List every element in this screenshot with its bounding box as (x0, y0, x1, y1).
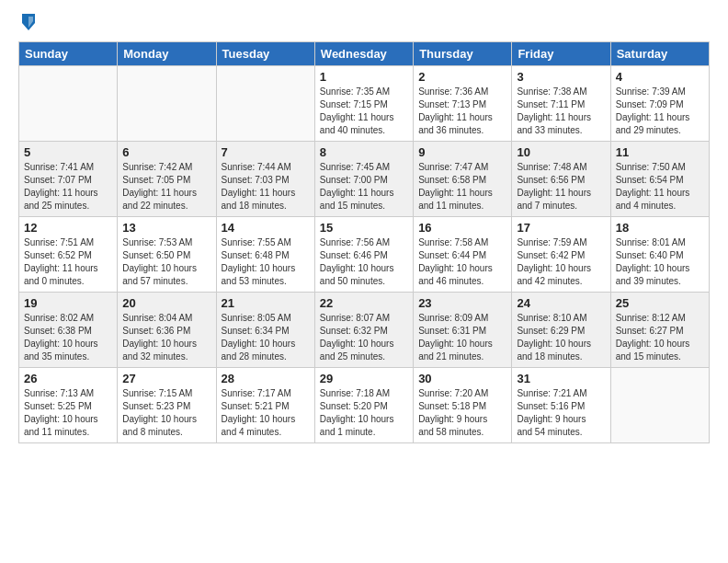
day-info: Sunrise: 7:18 AM Sunset: 5:20 PM Dayligh… (320, 387, 408, 439)
calendar-cell: 25Sunrise: 8:12 AM Sunset: 6:27 PM Dayli… (610, 293, 709, 368)
day-info: Sunrise: 7:53 AM Sunset: 6:50 PM Dayligh… (122, 236, 210, 288)
logo (18, 14, 37, 32)
calendar-cell: 10Sunrise: 7:48 AM Sunset: 6:56 PM Dayli… (512, 142, 610, 217)
day-number: 8 (320, 145, 408, 159)
calendar-cell: 19Sunrise: 8:02 AM Sunset: 6:38 PM Dayli… (19, 293, 118, 368)
day-number: 3 (517, 70, 605, 84)
calendar-cell (19, 66, 118, 142)
day-info: Sunrise: 8:12 AM Sunset: 6:27 PM Dayligh… (616, 312, 704, 363)
day-info: Sunrise: 8:04 AM Sunset: 6:36 PM Dayligh… (122, 312, 210, 363)
day-number: 28 (222, 372, 310, 385)
calendar-cell: 18Sunrise: 8:01 AM Sunset: 6:40 PM Dayli… (610, 217, 709, 293)
calendar-row: 12Sunrise: 7:51 AM Sunset: 6:52 PM Dayli… (19, 217, 710, 293)
day-info: Sunrise: 7:35 AM Sunset: 7:15 PM Dayligh… (320, 86, 408, 137)
calendar-cell: 1Sunrise: 7:35 AM Sunset: 7:15 PM Daylig… (314, 66, 413, 142)
day-info: Sunrise: 8:10 AM Sunset: 6:29 PM Dayligh… (517, 312, 605, 363)
day-number: 1 (320, 70, 408, 84)
weekday-header: Tuesday (216, 42, 314, 66)
day-number: 12 (24, 221, 112, 235)
calendar-cell: 29Sunrise: 7:18 AM Sunset: 5:20 PM Dayli… (314, 368, 413, 443)
day-number: 7 (222, 145, 310, 159)
calendar-cell: 28Sunrise: 7:17 AM Sunset: 5:21 PM Dayli… (216, 368, 314, 443)
day-info: Sunrise: 7:55 AM Sunset: 6:48 PM Dayligh… (222, 236, 310, 288)
logo-text (18, 14, 37, 32)
day-number: 16 (418, 221, 506, 235)
weekday-header: Wednesday (314, 42, 413, 66)
day-info: Sunrise: 7:13 AM Sunset: 5:25 PM Dayligh… (24, 387, 112, 439)
calendar-cell: 23Sunrise: 8:09 AM Sunset: 6:31 PM Dayli… (414, 293, 512, 368)
weekday-header: Monday (118, 42, 216, 66)
calendar-cell: 26Sunrise: 7:13 AM Sunset: 5:25 PM Dayli… (19, 368, 118, 443)
day-info: Sunrise: 7:56 AM Sunset: 6:46 PM Dayligh… (320, 236, 408, 288)
day-info: Sunrise: 8:07 AM Sunset: 6:32 PM Dayligh… (320, 312, 408, 363)
day-number: 25 (616, 296, 704, 310)
day-info: Sunrise: 7:21 AM Sunset: 5:16 PM Dayligh… (517, 387, 605, 439)
calendar-cell: 20Sunrise: 8:04 AM Sunset: 6:36 PM Dayli… (118, 293, 216, 368)
weekday-header: Thursday (414, 42, 512, 66)
day-number: 19 (24, 296, 112, 310)
day-number: 5 (24, 145, 112, 159)
day-number: 29 (320, 372, 408, 385)
calendar-cell: 2Sunrise: 7:36 AM Sunset: 7:13 PM Daylig… (414, 66, 512, 142)
day-number: 2 (418, 70, 506, 84)
day-info: Sunrise: 7:42 AM Sunset: 7:05 PM Dayligh… (122, 161, 210, 213)
calendar-row: 26Sunrise: 7:13 AM Sunset: 5:25 PM Dayli… (19, 368, 710, 443)
calendar-cell: 22Sunrise: 8:07 AM Sunset: 6:32 PM Dayli… (314, 293, 413, 368)
day-number: 4 (616, 70, 704, 84)
day-number: 27 (122, 372, 210, 385)
day-number: 24 (517, 296, 605, 310)
day-number: 30 (418, 372, 506, 385)
calendar-cell: 3Sunrise: 7:38 AM Sunset: 7:11 PM Daylig… (512, 66, 610, 142)
day-info: Sunrise: 8:05 AM Sunset: 6:34 PM Dayligh… (222, 312, 310, 363)
calendar-cell (610, 368, 709, 443)
day-info: Sunrise: 7:59 AM Sunset: 6:42 PM Dayligh… (517, 236, 605, 288)
header (18, 14, 710, 32)
calendar-row: 5Sunrise: 7:41 AM Sunset: 7:07 PM Daylig… (19, 142, 710, 217)
day-number: 15 (320, 221, 408, 235)
day-number: 14 (222, 221, 310, 235)
calendar-cell: 21Sunrise: 8:05 AM Sunset: 6:34 PM Dayli… (216, 293, 314, 368)
day-info: Sunrise: 7:58 AM Sunset: 6:44 PM Dayligh… (418, 236, 506, 288)
calendar-row: 1Sunrise: 7:35 AM Sunset: 7:15 PM Daylig… (19, 66, 710, 142)
calendar-cell (118, 66, 216, 142)
day-info: Sunrise: 7:44 AM Sunset: 7:03 PM Dayligh… (222, 161, 310, 213)
calendar-cell: 9Sunrise: 7:47 AM Sunset: 6:58 PM Daylig… (414, 142, 512, 217)
calendar-cell: 16Sunrise: 7:58 AM Sunset: 6:44 PM Dayli… (414, 217, 512, 293)
day-info: Sunrise: 7:51 AM Sunset: 6:52 PM Dayligh… (24, 236, 112, 288)
day-info: Sunrise: 7:17 AM Sunset: 5:21 PM Dayligh… (222, 387, 310, 439)
day-info: Sunrise: 7:50 AM Sunset: 6:54 PM Dayligh… (616, 161, 704, 213)
calendar-cell: 4Sunrise: 7:39 AM Sunset: 7:09 PM Daylig… (610, 66, 709, 142)
day-info: Sunrise: 7:39 AM Sunset: 7:09 PM Dayligh… (616, 86, 704, 137)
day-number: 18 (616, 221, 704, 235)
calendar-cell: 24Sunrise: 8:10 AM Sunset: 6:29 PM Dayli… (512, 293, 610, 368)
calendar-cell (216, 66, 314, 142)
calendar-cell: 7Sunrise: 7:44 AM Sunset: 7:03 PM Daylig… (216, 142, 314, 217)
weekday-header: Friday (512, 42, 610, 66)
day-number: 26 (24, 372, 112, 385)
day-info: Sunrise: 7:41 AM Sunset: 7:07 PM Dayligh… (24, 161, 112, 213)
day-info: Sunrise: 7:20 AM Sunset: 5:18 PM Dayligh… (418, 387, 506, 439)
day-number: 13 (122, 221, 210, 235)
page: SundayMondayTuesdayWednesdayThursdayFrid… (0, 0, 728, 563)
calendar-cell: 15Sunrise: 7:56 AM Sunset: 6:46 PM Dayli… (314, 217, 413, 293)
calendar-cell: 13Sunrise: 7:53 AM Sunset: 6:50 PM Dayli… (118, 217, 216, 293)
calendar-cell: 30Sunrise: 7:20 AM Sunset: 5:18 PM Dayli… (414, 368, 512, 443)
day-number: 20 (122, 296, 210, 310)
day-number: 31 (517, 372, 605, 385)
calendar-cell: 5Sunrise: 7:41 AM Sunset: 7:07 PM Daylig… (19, 142, 118, 217)
day-number: 6 (122, 145, 210, 159)
weekday-header: Sunday (19, 42, 118, 66)
calendar-cell: 17Sunrise: 7:59 AM Sunset: 6:42 PM Dayli… (512, 217, 610, 293)
calendar-cell: 8Sunrise: 7:45 AM Sunset: 7:00 PM Daylig… (314, 142, 413, 217)
day-info: Sunrise: 7:15 AM Sunset: 5:23 PM Dayligh… (122, 387, 210, 439)
calendar-table: SundayMondayTuesdayWednesdayThursdayFrid… (18, 41, 710, 443)
day-info: Sunrise: 7:45 AM Sunset: 7:00 PM Dayligh… (320, 161, 408, 213)
calendar-header-row: SundayMondayTuesdayWednesdayThursdayFrid… (19, 42, 710, 66)
day-info: Sunrise: 8:02 AM Sunset: 6:38 PM Dayligh… (24, 312, 112, 363)
calendar-cell: 31Sunrise: 7:21 AM Sunset: 5:16 PM Dayli… (512, 368, 610, 443)
day-info: Sunrise: 7:48 AM Sunset: 6:56 PM Dayligh… (517, 161, 605, 213)
day-number: 11 (616, 145, 704, 159)
calendar-cell: 11Sunrise: 7:50 AM Sunset: 6:54 PM Dayli… (610, 142, 709, 217)
calendar-row: 19Sunrise: 8:02 AM Sunset: 6:38 PM Dayli… (19, 293, 710, 368)
day-info: Sunrise: 8:01 AM Sunset: 6:40 PM Dayligh… (616, 236, 704, 288)
